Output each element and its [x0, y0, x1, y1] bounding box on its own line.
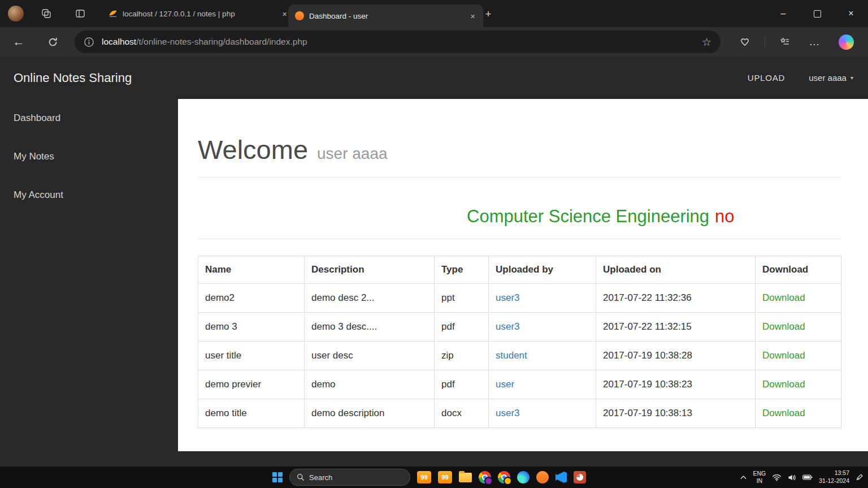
download-link[interactable]: Download [762, 408, 805, 418]
copilot-icon[interactable] [839, 34, 854, 50]
browser-profile-avatar[interactable] [8, 6, 24, 21]
url-text: localhost/t/online-notes-sharing/dashboa… [102, 37, 307, 47]
tab-title: Dashboard - user [309, 12, 463, 20]
note-name: demo 3 [198, 313, 305, 342]
xampp-icon[interactable] [536, 471, 549, 483]
note-description: demo description [305, 399, 435, 428]
download-link[interactable]: Download [762, 350, 805, 361]
volume-icon[interactable] [788, 474, 796, 481]
caret-down-icon: ▾ [850, 75, 853, 81]
note-name: demo previer [198, 370, 305, 399]
edge-icon[interactable] [517, 471, 530, 483]
uploaded-on: 2017-07-19 10:38:13 [596, 399, 756, 428]
back-button[interactable]: ← [9, 32, 28, 51]
notes-heading-red: no [715, 206, 734, 226]
minimize-button[interactable]: – [766, 0, 800, 27]
sidebar-item-my-notes[interactable]: My Notes [0, 137, 178, 176]
uploader-link[interactable]: user [496, 379, 514, 390]
app-navbar: Online Notes Sharing UPLOAD user aaaa ▾ [0, 57, 868, 100]
wifi-icon[interactable] [772, 474, 782, 481]
table-row: demo previer demo pdf user 2017-07-19 10… [198, 370, 841, 399]
vscode-icon[interactable] [555, 472, 567, 483]
start-button[interactable] [272, 472, 283, 482]
note-description: demo [305, 370, 435, 399]
uploaded-on: 2017-07-22 11:32:15 [596, 313, 756, 342]
note-description: demo desc 2... [305, 284, 435, 313]
uploaded-on: 2017-07-22 11:32:36 [596, 284, 756, 313]
download-link[interactable]: Download [762, 292, 805, 303]
favorite-star-icon[interactable]: ☆ [702, 36, 711, 49]
widget-99-icon[interactable]: 99 [438, 471, 452, 483]
divider [198, 177, 841, 178]
tray-time: 13:57 [819, 469, 849, 477]
refresh-button[interactable] [43, 32, 62, 51]
divider [198, 239, 841, 239]
main-content: Welcome user aaaa Computer Science Engin… [178, 99, 868, 451]
taskbar-search-box[interactable]: Search [289, 469, 410, 486]
uploader-link[interactable]: user3 [496, 292, 520, 303]
note-type: ppt [435, 284, 489, 313]
table-row: user title user desc zip student 2017-07… [198, 342, 841, 370]
uploaded-on: 2017-07-19 10:38:28 [596, 342, 756, 370]
user-menu-label: user aaaa [809, 73, 847, 83]
browser-essentials-icon[interactable] [735, 32, 754, 51]
settings-more-icon[interactable]: … [805, 32, 824, 51]
site-info-icon[interactable] [84, 37, 94, 47]
tray-date: 31-12-2024 [819, 477, 849, 485]
welcome-title: Welcome [198, 134, 308, 165]
widget-99-icon[interactable]: 99 [417, 471, 431, 483]
note-type: docx [435, 399, 489, 428]
maximize-icon [814, 10, 821, 18]
uploaded-by-cell: user3 [489, 399, 596, 428]
favorites-hub-icon[interactable] [775, 32, 795, 51]
sidebar-item-my-account[interactable]: My Account [0, 176, 178, 214]
taskbar-center: Search 99 99 [272, 469, 586, 486]
note-type: zip [435, 342, 489, 370]
maximize-button[interactable] [800, 0, 834, 27]
file-explorer-icon[interactable] [459, 473, 472, 482]
download-cell: Download [756, 370, 841, 399]
sidebar-item-dashboard[interactable]: Dashboard [0, 99, 178, 137]
app-brand[interactable]: Online Notes Sharing [14, 71, 132, 85]
lang-line1: ENG [753, 470, 766, 477]
note-name: demo2 [198, 284, 305, 313]
table-header-row: Name Description Type Uploaded by Upload… [198, 256, 841, 284]
address-bar[interactable]: localhost/t/online-notes-sharing/dashboa… [75, 31, 721, 53]
clock[interactable]: 13:57 31-12-2024 [819, 469, 849, 485]
note-type: pdf [435, 313, 489, 342]
welcome-username: user aaaa [317, 145, 388, 163]
new-tab-button[interactable]: + [480, 7, 496, 21]
notes-heading: Computer Science Engineeringno [467, 206, 735, 227]
workspaces-icon[interactable] [36, 3, 57, 24]
language-indicator[interactable]: ENG IN [753, 470, 766, 484]
chrome-icon[interactable] [479, 471, 491, 483]
phpmyadmin-favicon [108, 9, 118, 18]
chrome-icon-2[interactable] [498, 471, 510, 483]
download-link[interactable]: Download [762, 379, 805, 390]
battery-icon[interactable] [802, 474, 813, 481]
url-host: localhost [102, 37, 136, 46]
lang-line2: IN [753, 477, 766, 485]
col-name: Name [198, 256, 305, 284]
uploader-link[interactable]: user3 [496, 408, 520, 418]
uploaded-by-cell: user [489, 370, 596, 399]
hidden-icons-chevron[interactable] [740, 474, 747, 481]
note-type: pdf [435, 370, 489, 399]
table-row: demo 3 demo 3 desc.... pdf user3 2017-07… [198, 313, 841, 342]
uploader-link[interactable]: user3 [496, 321, 520, 332]
close-tab-icon[interactable]: × [467, 11, 479, 21]
download-link[interactable]: Download [762, 321, 805, 332]
tab-dashboard[interactable]: Dashboard - user × [288, 5, 483, 27]
powerpoint-icon[interactable] [574, 471, 586, 483]
tab-localhost[interactable]: localhost / 127.0.0.1 / notes | php × [102, 0, 295, 27]
uploader-link[interactable]: student [496, 350, 527, 361]
upload-link[interactable]: UPLOAD [748, 73, 785, 83]
download-cell: Download [756, 284, 841, 313]
user-menu[interactable]: user aaaa ▾ [809, 73, 853, 83]
col-uploaded-on: Uploaded on [596, 256, 756, 284]
notification-pen-icon[interactable] [856, 473, 863, 481]
tab-actions-icon[interactable] [70, 3, 90, 24]
xampp-favicon [295, 11, 304, 20]
notes-table: Name Description Type Uploaded by Upload… [198, 256, 841, 428]
close-window-button[interactable]: × [834, 0, 868, 27]
